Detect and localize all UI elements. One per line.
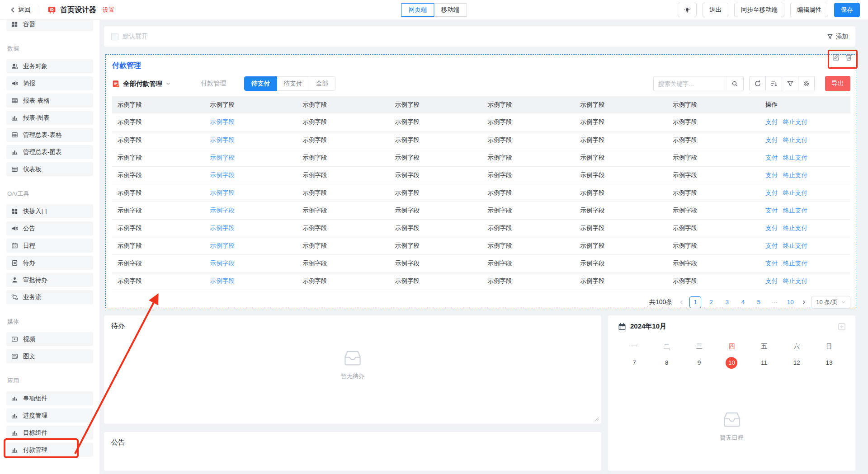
record-link[interactable]: 示例字段 [210, 225, 235, 231]
resize-handle[interactable] [594, 417, 599, 422]
view-tab[interactable]: 移动端 [434, 3, 467, 17]
filter-tab[interactable]: 待支付 [244, 76, 277, 91]
pay-action-link[interactable]: 支付 [765, 260, 778, 267]
stop-pay-action-link[interactable]: 终止支付 [783, 277, 807, 284]
calendar-date[interactable]: 10 [726, 357, 737, 369]
sidebar-item[interactable]: 公告 [6, 221, 93, 235]
theme-bulb-button[interactable] [678, 3, 697, 17]
back-button[interactable]: 返回 [10, 6, 31, 14]
toolbar-button[interactable] [798, 76, 815, 91]
sidebar-item[interactable]: 日程 [6, 239, 93, 253]
record-link[interactable]: 示例字段 [210, 260, 235, 267]
sidebar-item[interactable]: 报表-图表 [6, 111, 93, 125]
page-button[interactable]: 4 [737, 296, 749, 308]
page-button[interactable]: 3 [721, 296, 733, 308]
search-input[interactable] [654, 80, 726, 87]
stop-pay-action-link[interactable]: 终止支付 [783, 172, 807, 178]
sidebar-item[interactable]: 付款管理 [6, 443, 93, 457]
widget-action-button[interactable] [845, 53, 853, 61]
record-link[interactable]: 示例字段 [210, 207, 235, 214]
sidebar-item[interactable]: 业务流 [6, 290, 93, 304]
pay-action-link[interactable]: 支付 [765, 136, 778, 143]
pay-action-link[interactable]: 支付 [765, 154, 778, 161]
view-tab[interactable]: 网页端 [401, 3, 434, 17]
calendar-widget[interactable]: 2024年10月 一 二 三 四 五 六 日 [608, 315, 855, 471]
filter-tab[interactable]: 待支付 [277, 76, 310, 91]
pay-action-link[interactable]: 支付 [765, 277, 778, 284]
sidebar-item[interactable]: 事项组件 [6, 391, 93, 405]
gear-icon [803, 80, 810, 87]
record-link[interactable]: 示例字段 [210, 172, 235, 178]
notice-widget[interactable]: 公告 [104, 432, 601, 471]
export-button[interactable]: 导出 [825, 76, 850, 91]
page-button[interactable]: 2 [705, 296, 717, 308]
topbar-action-button[interactable]: 保存 [834, 3, 860, 17]
page-button[interactable]: 1 [689, 296, 701, 308]
record-link[interactable]: 示例字段 [210, 277, 235, 284]
page-button[interactable]: ··· [769, 296, 780, 308]
record-link[interactable]: 示例字段 [210, 118, 235, 125]
stop-pay-action-link[interactable]: 终止支付 [783, 260, 807, 267]
next-page-button[interactable] [800, 300, 807, 305]
toolbar-button[interactable] [765, 76, 782, 91]
sidebar-item[interactable]: 管理总表-表格 [6, 128, 93, 142]
sidebar-item[interactable]: 容器 [6, 20, 93, 31]
topbar-action-button[interactable]: 编辑属性 [790, 3, 828, 17]
sidebar-item[interactable]: 仪表板 [6, 162, 93, 176]
settings-link[interactable]: 设置 [103, 6, 114, 14]
sidebar-item[interactable]: 视频 [6, 332, 93, 346]
calendar-date[interactable]: 11 [758, 357, 770, 369]
pay-action-link[interactable]: 支付 [765, 172, 778, 178]
calendar-date[interactable]: 12 [791, 357, 802, 369]
record-link[interactable]: 示例字段 [210, 136, 235, 143]
stop-pay-action-link[interactable]: 终止支付 [783, 136, 807, 143]
pay-action-link[interactable]: 支付 [765, 242, 778, 249]
stop-pay-action-link[interactable]: 终止支付 [783, 207, 807, 214]
topbar-action-button[interactable]: 同步至移动端 [734, 3, 784, 17]
prev-page-button[interactable] [678, 300, 685, 305]
sidebar-item[interactable]: 进度管理 [6, 408, 93, 422]
widget-action-button[interactable] [832, 53, 840, 61]
sidebar-item[interactable]: 快捷入口 [6, 204, 93, 218]
calendar-date[interactable]: 7 [628, 357, 640, 369]
sidebar-item[interactable]: 简报 [6, 76, 93, 90]
sidebar-item[interactable]: 审批待办 [6, 273, 93, 287]
add-component-button[interactable]: 添加 [827, 33, 848, 41]
record-link[interactable]: 示例字段 [210, 154, 235, 161]
sidebar-item[interactable]: 图文 [6, 349, 93, 363]
add-schedule-button[interactable] [838, 323, 845, 330]
record-link[interactable]: 示例字段 [210, 189, 235, 196]
record-link[interactable]: 示例字段 [210, 242, 235, 249]
stop-pay-action-link[interactable]: 终止支付 [783, 242, 807, 249]
default-expand-checkbox[interactable]: 默认展开 [111, 33, 148, 41]
topbar-action-button[interactable]: 退出 [703, 3, 728, 17]
filter-tab[interactable]: 全部 [309, 76, 335, 91]
sidebar-item[interactable]: 管理总表-图表 [6, 145, 93, 159]
stop-pay-action-link[interactable]: 终止支付 [783, 189, 807, 196]
data-source-dropdown[interactable]: 全部付款管理 [112, 80, 171, 88]
toolbar-button[interactable] [749, 76, 766, 91]
sidebar-item[interactable]: 业务对象 [6, 59, 93, 73]
calendar-date[interactable]: 8 [661, 357, 673, 369]
pay-action-link[interactable]: 支付 [765, 225, 778, 231]
selected-widget-payment-table[interactable]: 付款管理 全部付款管理 付款管理 待支付 待支付 全部 [105, 54, 857, 308]
page-button[interactable]: 10 [784, 296, 796, 308]
page-button[interactable]: 5 [753, 296, 764, 308]
stop-pay-action-link[interactable]: 终止支付 [783, 154, 807, 161]
pay-action-link[interactable]: 支付 [765, 189, 778, 196]
stop-pay-action-link[interactable]: 终止支付 [783, 118, 807, 125]
stop-pay-action-link[interactable]: 终止支付 [783, 225, 807, 231]
empty-text: 暂无日程 [608, 434, 855, 442]
todo-widget[interactable]: 待办 暂无待办 [104, 315, 601, 424]
sidebar-item[interactable]: 待办 [6, 256, 93, 270]
calendar-date[interactable]: 9 [693, 357, 705, 369]
search-button[interactable] [726, 76, 743, 91]
sidebar-item[interactable]: 报表-表格 [6, 94, 93, 108]
pay-action-link[interactable]: 支付 [765, 118, 778, 125]
pay-action-link[interactable]: 支付 [765, 207, 778, 214]
sidebar-item[interactable]: 目标组件 [6, 426, 93, 440]
page-size-select[interactable]: 10 条/页 [811, 296, 850, 309]
column-header: 示例字段 [575, 96, 668, 113]
calendar-date[interactable]: 13 [823, 357, 835, 369]
toolbar-button[interactable] [782, 76, 798, 91]
